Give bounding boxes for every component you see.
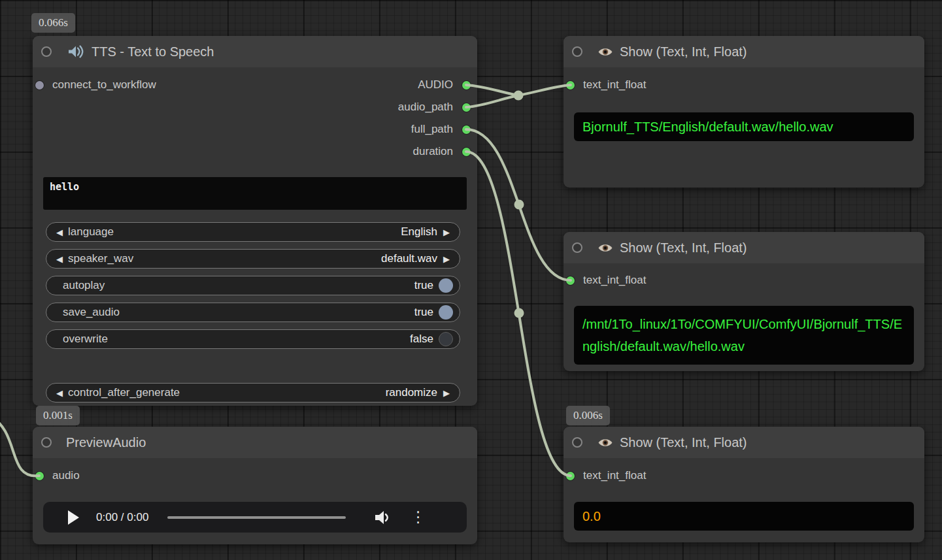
node-title: Show (Text, Int, Float) [620,44,747,59]
toggle-knob[interactable] [439,305,453,320]
combo-next-icon[interactable]: ▶ [440,254,453,264]
node-titlebar[interactable]: Show (Text, Int, Float) [564,427,924,458]
output-slot-dot[interactable] [462,103,471,112]
input-slot-text-int-float[interactable]: text_int_float [566,76,646,93]
link-midpoint-dot [514,200,524,210]
eye-icon [597,242,613,254]
node-titlebar[interactable]: Show (Text, Int, Float) [564,36,924,67]
play-icon[interactable] [68,510,79,525]
combo-next-icon[interactable]: ▶ [440,388,453,398]
output-slot-duration[interactable]: duration [413,143,471,160]
eye-icon [597,437,613,448]
wire-full-path-to-show2 [466,129,571,280]
node-titlebar[interactable]: Show (Text, Int, Float) [564,232,924,263]
node-show-1[interactable]: Show (Text, Int, Float) text_int_float B… [564,36,924,188]
exec-time-badge: 0.001s [36,406,80,425]
combo-prev-icon[interactable]: ◀ [53,227,66,237]
volume-icon[interactable] [374,510,391,525]
toggle-knob[interactable] [439,278,453,293]
output-slot-full-path[interactable]: full_path [411,121,471,138]
graph-canvas[interactable]: 0.066s TTS - Text to Speech connect_to_w… [0,0,942,560]
collapse-dot[interactable] [572,437,582,448]
input-slot-dot[interactable] [566,472,575,480]
collapse-dot[interactable] [572,46,582,57]
input-slot-text-int-float[interactable]: text_int_float [566,467,646,484]
show-value-display: /mnt/1To_linux/1To/COMFYUI/ComfyUI/Bjorn… [574,306,914,365]
output-slot-audio[interactable]: AUDIO [418,76,471,93]
widget-overwrite[interactable]: overwrite false [46,329,460,349]
wire-to-show1 [518,85,571,95]
output-slot-dot[interactable] [462,125,471,134]
node-title: PreviewAudio [66,435,146,450]
collapse-dot[interactable] [41,437,52,448]
combo-prev-icon[interactable]: ◀ [53,388,66,398]
node-titlebar[interactable]: TTS - Text to Speech [33,36,477,67]
output-slot-dot[interactable] [462,148,471,156]
output-slot-dot[interactable] [462,81,471,90]
widget-speaker-wav[interactable]: ◀ speaker_wav default.wav ▶ [46,249,460,269]
exec-time-badge: 0.066s [31,13,75,33]
input-slot-dot[interactable] [566,276,575,285]
widget-autoplay[interactable]: autoplay true [46,276,460,295]
node-show-3[interactable]: 0.006s Show (Text, Int, Float) text_int_… [564,427,924,542]
combo-next-icon[interactable]: ▶ [440,227,453,237]
show-value-display: 0.0 [574,502,914,531]
eye-icon [597,46,613,58]
node-title: TTS - Text to Speech [92,44,214,59]
link-midpoint-dot [514,308,524,318]
tts-speech-icon [67,44,85,59]
input-slot-audio[interactable]: audio [35,467,80,484]
text-input-field[interactable]: hello [43,177,467,210]
audio-player[interactable]: 0:00 / 0:00 ⋮ [43,502,467,533]
node-title: Show (Text, Int, Float) [620,240,747,255]
wire-duration-to-show3 [466,152,571,476]
link-midpoint-dot [514,91,524,101]
input-slot-dot[interactable] [35,472,44,480]
collapse-dot[interactable] [572,242,582,253]
widget-language[interactable]: ◀ language English ▶ [46,222,460,242]
input-slot-dot[interactable] [35,81,44,90]
widget-control-after-generate[interactable]: ◀ control_after_generate randomize ▶ [46,383,460,403]
node-preview-audio[interactable]: 0.001s PreviewAudio audio 0:00 / 0:00 ⋮ [33,427,477,544]
player-menu-icon[interactable]: ⋮ [411,510,426,525]
toggle-knob[interactable] [439,332,453,346]
node-title: Show (Text, Int, Float) [620,435,747,450]
output-slot-audio-path[interactable]: audio_path [398,99,471,116]
input-slot-text-int-float[interactable]: text_int_float [566,272,646,289]
player-time: 0:00 / 0:00 [96,511,148,524]
show-value-display: Bjornulf_TTS/English/default.wav/hello.w… [574,112,914,141]
input-slot-connect-to-workflow[interactable]: connect_to_workflow [35,76,156,93]
seek-bar[interactable] [167,516,346,519]
node-tts[interactable]: 0.066s TTS - Text to Speech connect_to_w… [33,36,477,406]
exec-time-badge: 0.006s [566,406,610,425]
input-slot-dot[interactable] [566,81,575,90]
node-show-2[interactable]: Show (Text, Int, Float) text_int_float /… [564,232,924,371]
widget-save-audio[interactable]: save_audio true [46,303,460,322]
collapse-dot[interactable] [41,46,52,57]
node-titlebar[interactable]: PreviewAudio [33,427,477,458]
combo-prev-icon[interactable]: ◀ [53,254,66,264]
